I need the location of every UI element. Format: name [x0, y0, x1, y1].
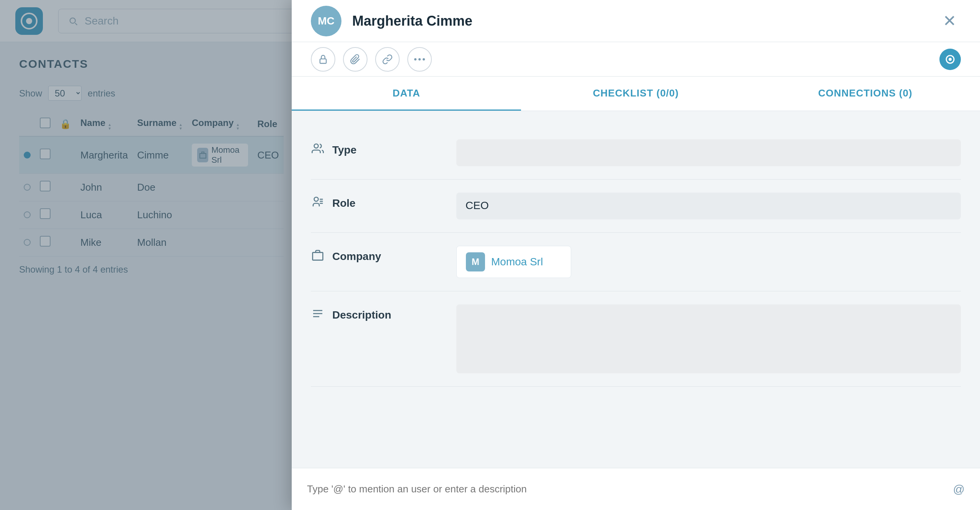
row-checkbox[interactable]: [40, 208, 51, 219]
search-icon: [68, 16, 78, 26]
table-row[interactable]: JohnDoe: [19, 174, 284, 201]
svg-point-7: [423, 58, 425, 60]
th-dot: [19, 112, 35, 136]
panel-toolbar: [292, 42, 980, 77]
field-type: Type: [311, 126, 961, 180]
header-checkbox[interactable]: [40, 118, 51, 128]
inactive-dot: [24, 239, 31, 246]
panel-body: Type Role C: [292, 111, 980, 468]
svg-rect-2: [200, 154, 206, 158]
panel-footer: @: [292, 468, 980, 510]
inactive-dot: [24, 184, 31, 191]
avatar: MC: [311, 6, 341, 36]
app-logo: [15, 7, 43, 35]
tab-data[interactable]: DATA: [292, 77, 521, 111]
panel-header: MC Margherita Cimme ✕: [292, 0, 980, 42]
search-bar[interactable]: Search: [58, 9, 318, 33]
type-label: Type: [332, 144, 356, 156]
contacts-table: 🔒 Name Surname Company Role: [19, 112, 284, 257]
th-checkbox: [35, 112, 55, 136]
table-row[interactable]: MikeMollan: [19, 229, 284, 257]
row-checkbox[interactable]: [40, 236, 51, 247]
svg-point-9: [949, 58, 952, 61]
detail-panel: MC Margherita Cimme ✕: [292, 0, 980, 510]
company-label: Company: [332, 250, 381, 263]
entries-label: entries: [88, 88, 115, 99]
contact-company: Momoa Srl: [187, 136, 253, 174]
description-value[interactable]: [456, 304, 961, 373]
at-sign-icon: @: [953, 483, 965, 496]
brand-indicator: [939, 49, 961, 70]
th-lock: 🔒: [55, 112, 76, 136]
type-icon: [311, 142, 325, 157]
contact-full-name: Margherita Cimme: [352, 13, 938, 29]
company-chip-icon: [197, 148, 208, 162]
active-dot: [24, 152, 31, 159]
company-avatar: M: [466, 252, 485, 271]
role-label: Role: [332, 197, 356, 209]
row-checkbox[interactable]: [40, 149, 51, 159]
contact-surname: Cimme: [132, 136, 187, 174]
svg-point-10: [314, 144, 318, 148]
svg-rect-4: [320, 59, 326, 63]
th-role: Role: [253, 112, 283, 136]
field-role: Role CEO: [311, 180, 961, 233]
tab-checklist[interactable]: CHECKLIST (0/0): [521, 77, 750, 111]
svg-point-1: [26, 18, 32, 24]
lock-button[interactable]: [311, 47, 335, 72]
company-icon: [311, 249, 325, 264]
row-checkbox[interactable]: [40, 181, 51, 191]
table-footer: Showing 1 to 4 of 4 entries: [19, 264, 272, 275]
contacts-page: CONTACTS Show 50 25 100 entries 🔒 Name S…: [0, 42, 291, 510]
table-row[interactable]: LucaLuchino: [19, 201, 284, 229]
contact-name: Margherita: [76, 136, 132, 174]
description-icon: [311, 307, 325, 322]
role-icon: [311, 196, 325, 211]
role-value[interactable]: CEO: [456, 193, 961, 219]
contact-role: CEO: [253, 136, 283, 174]
close-button[interactable]: ✕: [938, 10, 961, 33]
field-company: Company M Momoa Srl: [311, 233, 961, 291]
link-button[interactable]: [375, 47, 400, 72]
tab-connections[interactable]: CONNECTIONS (0): [751, 77, 980, 111]
field-description: Description: [311, 291, 961, 387]
logo-icon: [20, 12, 38, 30]
type-value[interactable]: [456, 139, 961, 166]
svg-rect-15: [313, 252, 323, 260]
mention-input[interactable]: [307, 483, 946, 495]
description-label: Description: [332, 309, 391, 321]
attachment-button[interactable]: [343, 47, 368, 72]
svg-point-5: [414, 58, 416, 60]
th-company: Company: [187, 112, 253, 136]
th-surname: Surname: [132, 112, 187, 136]
inactive-dot: [24, 211, 31, 218]
table-controls: Show 50 25 100 entries: [19, 86, 272, 101]
show-label: Show: [19, 88, 42, 99]
th-name: Name: [76, 112, 132, 136]
panel-tabs: DATA CHECKLIST (0/0) CONNECTIONS (0): [292, 77, 980, 111]
svg-point-11: [314, 197, 318, 201]
search-placeholder: Search: [85, 15, 119, 27]
svg-rect-3: [202, 152, 204, 154]
company-value[interactable]: M Momoa Srl: [456, 246, 571, 278]
svg-point-6: [418, 58, 421, 60]
show-select[interactable]: 50 25 100: [48, 86, 82, 101]
table-row[interactable]: Margherita Cimme Momoa Srl CEO: [19, 136, 284, 174]
more-button[interactable]: [407, 47, 432, 72]
page-title: CONTACTS: [19, 57, 272, 70]
